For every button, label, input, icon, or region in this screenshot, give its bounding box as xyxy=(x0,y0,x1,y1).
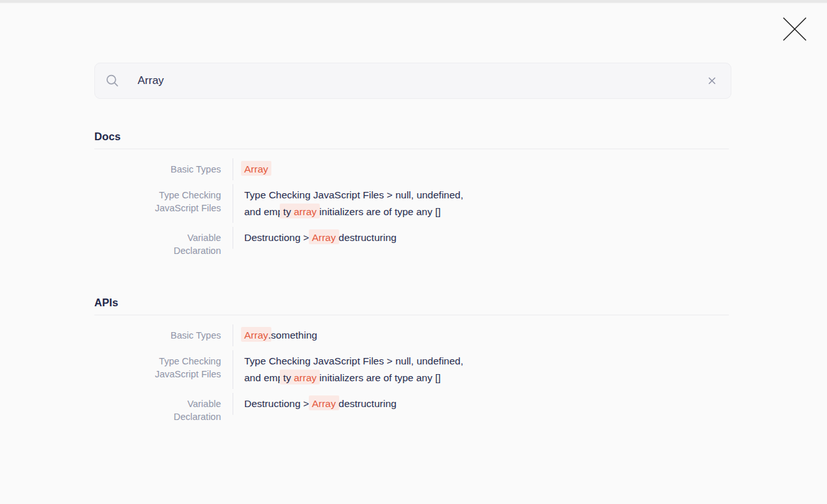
result-rows: Basic TypesArray.somethingType CheckingJ… xyxy=(94,324,729,426)
section-divider xyxy=(94,315,729,315)
highlight-mark: Array xyxy=(309,395,339,410)
result-content: Array.something xyxy=(233,327,317,344)
result-row[interactable]: VariableDeclarationDestructiong > Array … xyxy=(94,393,729,426)
result-label: Type CheckingJavaScript Files xyxy=(94,187,221,215)
window-top-edge xyxy=(0,0,827,3)
highlight-mark: ty array xyxy=(280,204,320,218)
clear-icon xyxy=(707,76,717,86)
highlight-mark: Array xyxy=(241,161,271,176)
search-bar[interactable] xyxy=(94,63,731,99)
result-row[interactable]: Basic TypesArray xyxy=(94,158,729,180)
results-container: DocsBasic TypesArrayType CheckingJavaScr… xyxy=(94,131,729,430)
results-section-apis: APIsBasic TypesArray.somethingType Check… xyxy=(94,297,729,426)
results-section-docs: DocsBasic TypesArrayType CheckingJavaScr… xyxy=(94,131,729,260)
result-label: VariableDeclaration xyxy=(94,395,221,423)
result-row[interactable]: Type CheckingJavaScript FilesType Checki… xyxy=(94,184,729,223)
result-row[interactable]: Basic TypesArray.something xyxy=(94,324,729,346)
result-content: Array xyxy=(233,161,268,178)
result-content: Type Checking JavaScript Files > null, u… xyxy=(233,353,463,386)
result-label: Basic Types xyxy=(94,327,221,342)
result-label: Type CheckingJavaScript Files xyxy=(94,353,221,381)
result-label: VariableDeclaration xyxy=(94,229,221,257)
result-row[interactable]: Type CheckingJavaScript FilesType Checki… xyxy=(94,350,729,389)
clear-search-button[interactable] xyxy=(702,71,722,90)
result-label: Basic Types xyxy=(94,161,221,176)
section-divider xyxy=(94,149,729,149)
result-content: Type Checking JavaScript Files > null, u… xyxy=(233,187,463,220)
highlight-mark: Array xyxy=(309,229,339,244)
highlight-mark: Array xyxy=(241,327,271,342)
close-icon xyxy=(782,16,808,42)
result-rows: Basic TypesArrayType CheckingJavaScript … xyxy=(94,158,729,260)
result-row[interactable]: VariableDeclarationDestructiong > Array … xyxy=(94,227,729,260)
section-title: Docs xyxy=(94,131,729,142)
search-input[interactable] xyxy=(138,74,696,87)
result-content: Destructiong > Array destructuring xyxy=(233,229,397,246)
result-content: Destructiong > Array destructuring xyxy=(233,395,397,412)
highlight-mark: ty array xyxy=(280,370,320,384)
search-icon xyxy=(105,74,120,88)
close-button[interactable] xyxy=(781,16,808,43)
section-title: APIs xyxy=(94,297,729,308)
